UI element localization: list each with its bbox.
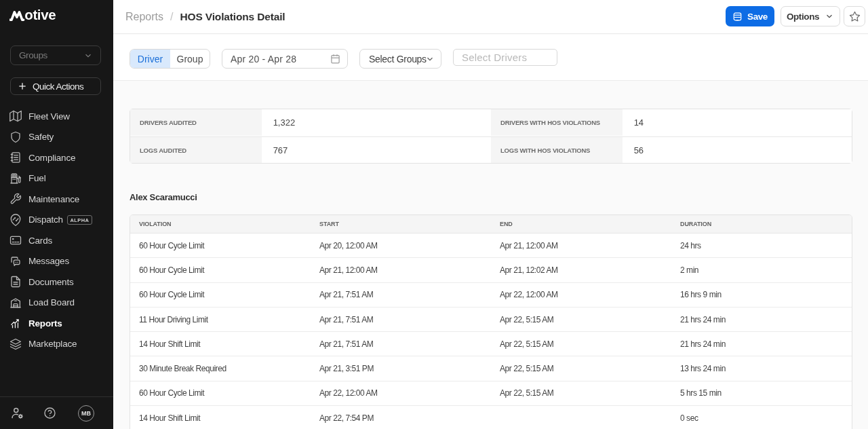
svg-text:otive: otive — [24, 7, 56, 22]
